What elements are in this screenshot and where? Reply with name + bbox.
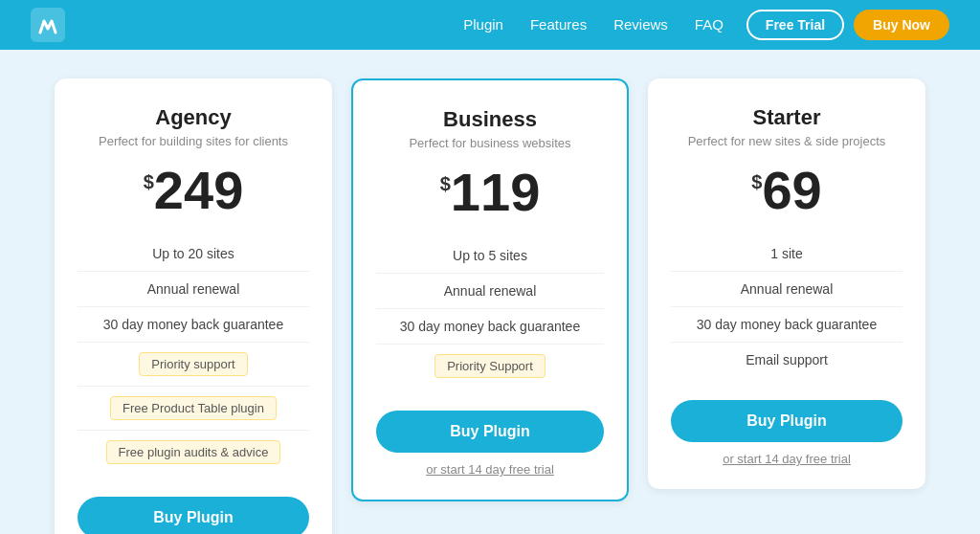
list-item: 30 day money back guarantee: [78, 307, 309, 343]
plan-card-business: BusinessPerfect for business websites$11…: [351, 78, 629, 501]
price-amount-agency: 249: [154, 164, 243, 217]
list-item: Annual renewal: [376, 274, 604, 309]
features-list-agency: Up to 20 sitesAnnual renewal30 day money…: [78, 236, 309, 474]
nav-item-reviews[interactable]: Reviews: [613, 16, 668, 33]
buy-plugin-button-agency[interactable]: Buy Plugin: [78, 497, 309, 534]
list-item: Annual renewal: [78, 272, 309, 307]
list-item: 1 site: [671, 236, 902, 272]
features-list-business: Up to 5 sitesAnnual renewal30 day money …: [376, 238, 604, 388]
features-list-starter: 1 siteAnnual renewal30 day money back gu…: [671, 236, 902, 377]
free-trial-link-business[interactable]: or start 14 day free trial: [426, 462, 554, 477]
plan-name-agency: Agency: [155, 105, 231, 130]
feature-badge-agency-4: Free Product Table plugin: [110, 396, 277, 420]
nav-links: Plugin Features Reviews FAQ: [463, 16, 724, 33]
plan-card-agency: AgencyPerfect for building sites for cli…: [55, 78, 332, 534]
price-symbol-agency: $: [144, 171, 154, 193]
list-item: Free Product Table plugin: [78, 387, 309, 431]
list-item: Up to 5 sites: [376, 238, 604, 274]
plan-price-agency: $249: [144, 164, 244, 217]
feature-badge-agency-5: Free plugin audits & advice: [106, 440, 281, 464]
list-item: Priority Support: [376, 345, 604, 388]
plan-price-business: $119: [440, 166, 541, 219]
buy-now-button[interactable]: Buy Now: [854, 10, 949, 40]
list-item: 30 day money back guarantee: [671, 307, 902, 343]
buy-plugin-button-starter[interactable]: Buy Plugin: [671, 400, 902, 442]
logo: [31, 8, 65, 42]
svg-rect-0: [31, 8, 65, 42]
nav-item-plugin[interactable]: Plugin: [463, 16, 503, 33]
buy-plugin-button-business[interactable]: Buy Plugin: [376, 411, 604, 453]
nav-item-features[interactable]: Features: [530, 16, 587, 33]
feature-badge-business-3: Priority Support: [434, 354, 546, 378]
pricing-section: AgencyPerfect for building sites for cli…: [0, 50, 980, 534]
plan-price-starter: $69: [751, 164, 821, 217]
price-symbol-starter: $: [751, 171, 762, 193]
free-trial-link-starter[interactable]: or start 14 day free trial: [723, 452, 851, 466]
feature-badge-agency-3: Priority support: [139, 352, 247, 376]
list-item: Free plugin audits & advice: [78, 431, 309, 474]
plan-desc-business: Perfect for business websites: [409, 136, 570, 150]
main-nav: Plugin Features Reviews FAQ Free Trial B…: [0, 0, 980, 50]
plan-desc-agency: Perfect for building sites for clients: [99, 134, 288, 148]
price-amount-business: 119: [451, 166, 540, 219]
price-symbol-business: $: [440, 173, 451, 195]
list-item: Up to 20 sites: [78, 236, 309, 272]
list-item: Annual renewal: [671, 272, 902, 307]
list-item: Email support: [671, 343, 902, 377]
plan-name-business: Business: [443, 107, 537, 132]
plan-card-starter: StarterPerfect for new sites & side proj…: [648, 78, 925, 489]
list-item: Priority support: [78, 343, 309, 387]
plan-desc-starter: Perfect for new sites & side projects: [688, 134, 886, 148]
plan-name-starter: Starter: [753, 105, 821, 130]
free-trial-button[interactable]: Free Trial: [746, 10, 844, 40]
price-amount-starter: 69: [762, 164, 821, 217]
nav-item-faq[interactable]: FAQ: [695, 16, 724, 33]
list-item: 30 day money back guarantee: [376, 309, 604, 345]
